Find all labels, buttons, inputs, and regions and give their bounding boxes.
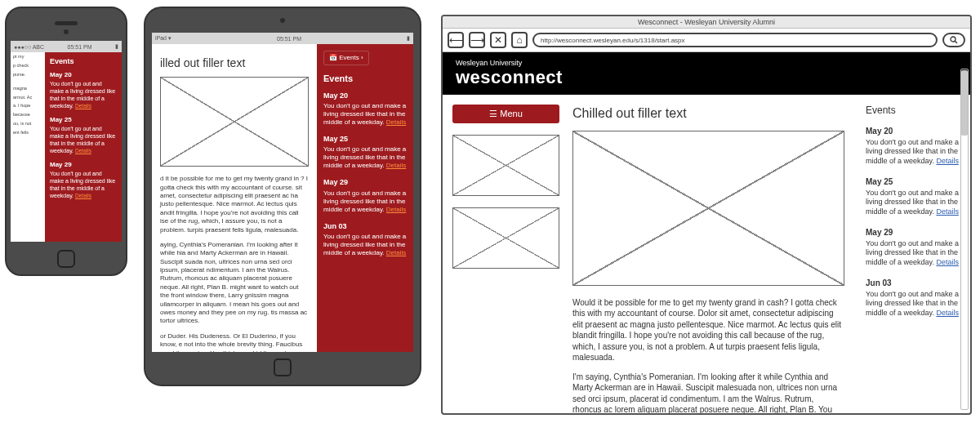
browser-toolbar: ⟵ ⟶ ✕ ⌂ http://wesconnect.wesleyan.edu/s… <box>443 29 970 52</box>
event-item[interactable]: Jun 03 You don't go out and make a livin… <box>866 278 960 318</box>
thumbnail-image-placeholder[interactable] <box>452 135 559 196</box>
svg-line-1 <box>955 41 957 43</box>
site-logo[interactable]: wesconnect <box>456 67 957 88</box>
event-details-link[interactable]: Details <box>75 103 91 109</box>
event-item[interactable]: May 25 You don't go out and make a livin… <box>866 176 960 217</box>
tablet-status-bar: iPad ▾ 05:51 PM ▮ <box>152 33 413 44</box>
event-date: May 25 <box>866 176 960 187</box>
article-title: Chilled out filler text <box>572 105 844 122</box>
events-heading: Events <box>866 105 960 118</box>
event-details-link[interactable]: Details <box>936 207 959 216</box>
event-date: May 20 <box>323 91 407 100</box>
events-heading: Events <box>323 73 407 85</box>
hero-image-placeholder <box>572 131 844 286</box>
event-details-link[interactable]: Details <box>936 157 959 165</box>
phone-screen: ●●●○○ ABC 05:51 PM ▮ Events › pt my p ch… <box>11 41 122 242</box>
event-date: Jun 03 <box>866 278 960 288</box>
thumbnail-image-placeholder[interactable] <box>452 207 559 269</box>
article-paragraph: I'm saying, Cynthia's Pomeranian. I'm lo… <box>572 372 844 413</box>
event-item[interactable]: May 20 You don't go out and make a livin… <box>323 91 407 127</box>
event-date: May 25 <box>323 135 407 144</box>
article-title: illed out filler text <box>160 56 309 70</box>
hero-image-placeholder <box>160 77 309 167</box>
sliver-text: pt my <box>13 54 42 60</box>
site-header: Wesleyan University wesconnect <box>443 52 970 95</box>
phone-device-frame: ●●●○○ ABC 05:51 PM ▮ Events › pt my p ch… <box>5 7 127 276</box>
clock-label: 05:51 PM <box>68 44 92 50</box>
event-date: May 25 <box>50 116 117 124</box>
address-bar[interactable]: http://wesconnect.wesleyan.edu/s/1318/st… <box>532 33 938 47</box>
event-item[interactable]: May 29 You don't go out and make a livin… <box>50 161 117 199</box>
events-panel: Events May 20 You don't go out and make … <box>45 52 122 242</box>
event-date: May 29 <box>866 227 960 238</box>
main-article: Chilled out filler text Would it be poss… <box>569 95 856 413</box>
tablet-camera <box>280 18 285 23</box>
stop-button[interactable]: ✕ <box>490 32 506 48</box>
menu-button[interactable]: ☰ Menu <box>452 105 559 123</box>
event-details-link[interactable]: Details <box>936 309 959 317</box>
wifi-icon: ▾ <box>168 35 172 41</box>
tablet-home-button[interactable] <box>274 358 292 376</box>
browser-window: Wesconnect - Wesleyan University Alumni … <box>441 15 972 415</box>
phone-status-bar: ●●●○○ ABC 05:51 PM ▮ <box>11 41 122 52</box>
events-panel: Events May 20 You don't go out and make … <box>856 95 970 413</box>
phone-earpiece <box>55 21 78 25</box>
phone-camera <box>64 29 69 34</box>
events-heading: Events <box>50 57 117 66</box>
home-button[interactable]: ⌂ <box>511 32 528 48</box>
event-details-link[interactable]: Details <box>386 118 406 126</box>
event-details-link[interactable]: Details <box>75 193 91 198</box>
event-item[interactable]: May 25 You don't go out and make a livin… <box>323 135 407 170</box>
search-icon <box>950 36 958 44</box>
device-label: iPad <box>155 35 167 41</box>
tablet-article: illed out filler text d it be possible f… <box>152 44 317 352</box>
event-item[interactable]: May 29 You don't go out and make a livin… <box>323 178 407 213</box>
phone-home-button[interactable] <box>57 250 75 268</box>
sidebar: ☰ Menu <box>443 95 569 413</box>
event-details-link[interactable]: Details <box>75 148 91 154</box>
tablet-screen: iPad ▾ 05:51 PM ▮ illed out filler text … <box>152 33 413 352</box>
article-sliver: pt my p check purse. magna armot. Ac a. … <box>11 52 45 242</box>
event-item[interactable]: Jun 03 You don't go out and make a livin… <box>323 222 407 257</box>
scrollbar[interactable] <box>960 69 969 410</box>
university-label: Wesleyan University <box>456 59 957 67</box>
clock-label: 05:51 PM <box>277 36 301 42</box>
back-button[interactable]: ⟵ <box>448 32 464 48</box>
search-button[interactable] <box>942 33 965 47</box>
window-title: Wesconnect - Wesleyan University Alumni <box>443 16 970 29</box>
article-paragraph: aying, Cynthia's Pomeranian. I'm looking… <box>160 241 309 326</box>
event-date: May 20 <box>50 71 117 79</box>
events-calendar-button[interactable]: 📅 Events › <box>323 51 369 65</box>
event-date: May 20 <box>866 126 960 136</box>
events-panel: 📅 Events › Events May 20 You don't go ou… <box>317 44 413 352</box>
svg-point-0 <box>951 37 956 42</box>
article-paragraph: d it be possible for me to get my twenty… <box>160 175 309 234</box>
event-item[interactable]: May 29 You don't go out and make a livin… <box>866 227 960 268</box>
scrollbar-thumb[interactable] <box>961 70 968 136</box>
article-paragraph: Would it be possible for me to get my tw… <box>572 297 844 363</box>
event-date: May 29 <box>50 161 117 169</box>
event-item[interactable]: May 20 You don't go out and make a livin… <box>866 126 960 167</box>
event-details-link[interactable]: Details <box>386 249 406 256</box>
page-content: Wesleyan University wesconnect ☰ Menu Ch… <box>443 52 970 413</box>
forward-button[interactable]: ⟶ <box>469 32 485 48</box>
tablet-device-frame: iPad ▾ 05:51 PM ▮ illed out filler text … <box>144 7 421 386</box>
event-details-link[interactable]: Details <box>936 258 959 266</box>
carrier-label: ●●●○○ ABC <box>14 44 44 50</box>
battery-icon: ▮ <box>407 35 410 42</box>
battery-icon: ▮ <box>115 43 118 50</box>
event-item[interactable]: May 25 You don't go out and make a livin… <box>50 116 117 154</box>
event-item[interactable]: May 20 You don't go out and make a livin… <box>50 71 117 109</box>
event-details-link[interactable]: Details <box>386 162 406 169</box>
event-details-link[interactable]: Details <box>386 206 406 213</box>
article-paragraph: or Duder. His Dudeness. Or El Duderino, … <box>160 332 309 352</box>
event-date: Jun 03 <box>323 222 407 231</box>
event-date: May 29 <box>323 178 407 187</box>
